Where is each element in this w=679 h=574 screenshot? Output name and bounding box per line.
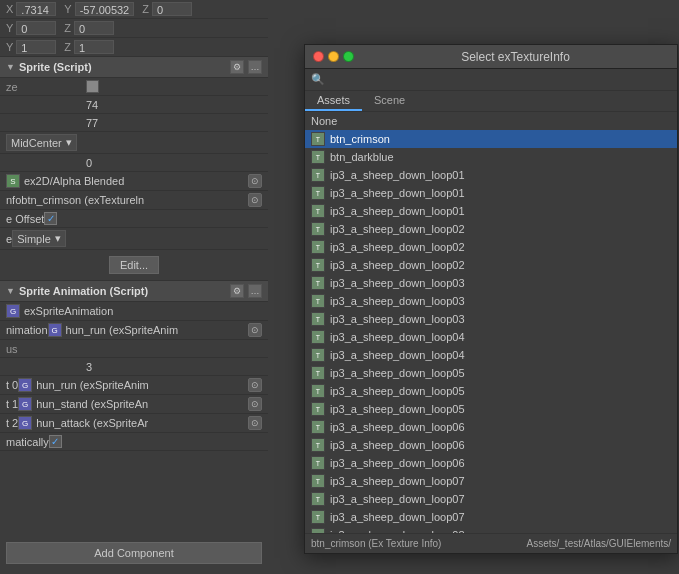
clip2-label: t 2 xyxy=(6,417,18,429)
status-bar: btn_crimson (Ex Texture Info) Assets/_te… xyxy=(305,533,677,553)
offset-label: e Offset xyxy=(6,213,44,225)
asset-item[interactable]: Tip3_a_sheep_down_loop02 xyxy=(305,220,677,238)
close-button[interactable] xyxy=(313,51,324,62)
minimize-button[interactable] xyxy=(328,51,339,62)
z-label3: Z xyxy=(64,41,71,53)
asset-icon: T xyxy=(311,222,325,236)
asset-item[interactable]: Tip3_a_sheep_down_loop06 xyxy=(305,454,677,472)
asset-icon: T xyxy=(311,492,325,506)
y-input[interactable]: -57.00532 xyxy=(75,2,135,16)
anim-type-row: G exSpriteAnimation xyxy=(0,302,268,321)
asset-icon: T xyxy=(311,510,325,524)
edit-button[interactable]: Edit... xyxy=(109,256,159,274)
asset-item[interactable]: Tip3_a_sheep_down_loop07 xyxy=(305,472,677,490)
asset-item[interactable]: Tip3_a_sheep_down_loop07 xyxy=(305,490,677,508)
asset-name: ip3_a_sheep_down_loop03 xyxy=(330,277,465,289)
search-input[interactable] xyxy=(329,74,671,86)
status-left: btn_crimson (Ex Texture Info) xyxy=(311,538,441,549)
clip1-value: hun_stand (exSpriteAn xyxy=(36,398,248,410)
asset-item[interactable]: Tip3_a_sheep_down_loop03 xyxy=(305,274,677,292)
asset-item[interactable]: Tip3_a_sheep_down_loop07 xyxy=(305,508,677,526)
loop-label: matically xyxy=(6,436,49,448)
asset-name: ip3_a_sheep_down_loop04 xyxy=(330,349,465,361)
clip1-label: t 1 xyxy=(6,398,18,410)
asset-name: ip3_a_sheep_down_loop05 xyxy=(330,367,465,379)
offset-checkbox[interactable]: ✓ xyxy=(44,212,57,225)
asset-icon: T xyxy=(311,384,325,398)
clip1-dot-btn[interactable]: ⊙ xyxy=(248,397,262,411)
asset-item[interactable]: Tbtn_darkblue xyxy=(305,148,677,166)
asset-item[interactable]: Tip3_a_sheep_down_loop06 xyxy=(305,418,677,436)
clip1-row: t 1 G hun_stand (exSpriteAn ⊙ xyxy=(0,395,268,414)
anchor-dropdown[interactable]: MidCenter ▾ xyxy=(6,134,77,151)
asset-item[interactable]: Tip3_a_sheep_down_loop01 xyxy=(305,184,677,202)
texture-label: nfo xyxy=(6,194,21,206)
rotation-row: Y 0 Z 0 xyxy=(0,19,268,38)
loop-checkbox[interactable]: ✓ xyxy=(49,435,62,448)
asset-item[interactable]: Tip3_a_sheep_down_loop03 xyxy=(305,292,677,310)
asset-name: ip3_a_sheep_down_loop02 xyxy=(330,241,465,253)
color-swatch[interactable] xyxy=(86,80,99,93)
add-component-button[interactable]: Add Component xyxy=(6,542,262,564)
texture-dot-btn[interactable]: ⊙ xyxy=(248,193,262,207)
asset-item[interactable]: Tip3_a_sheep_down_loop01 xyxy=(305,202,677,220)
loop-row: matically ✓ xyxy=(0,433,268,451)
y-input3[interactable]: 1 xyxy=(16,40,56,54)
asset-item[interactable]: Tip3_a_sheep_down_loop08 xyxy=(305,526,677,533)
tab-scene[interactable]: Scene xyxy=(362,91,417,111)
asset-item[interactable]: Tip3_a_sheep_down_loop01 xyxy=(305,166,677,184)
type-dropdown[interactable]: Simple ▾ xyxy=(12,230,66,247)
anim-clip-label: nimation xyxy=(6,324,48,336)
width-value[interactable]: 74 xyxy=(86,99,262,111)
anchor-row: MidCenter ▾ xyxy=(0,132,268,154)
anchor-value: MidCenter xyxy=(11,137,62,149)
asset-item[interactable]: Tip3_a_sheep_down_loop05 xyxy=(305,400,677,418)
x-input[interactable]: .7314 xyxy=(16,2,56,16)
asset-item[interactable]: Tip3_a_sheep_down_loop02 xyxy=(305,256,677,274)
asset-icon: T xyxy=(311,168,325,182)
clip2-dot-btn[interactable]: ⊙ xyxy=(248,416,262,430)
clip0-row: t 0 G hun_run (exSpriteAnim ⊙ xyxy=(0,376,268,395)
sprite-animation-title: Sprite Animation (Script) xyxy=(19,285,230,297)
asset-item[interactable]: Tip3_a_sheep_down_loop05 xyxy=(305,382,677,400)
asset-icon: T xyxy=(311,348,325,362)
asset-item[interactable]: Tip3_a_sheep_down_loop03 xyxy=(305,310,677,328)
anim-clip-dot-btn[interactable]: ⊙ xyxy=(248,323,262,337)
asset-icon: T xyxy=(311,132,325,146)
asset-name: ip3_a_sheep_down_loop03 xyxy=(330,313,465,325)
z-input2[interactable]: 0 xyxy=(74,21,114,35)
anim-count-value[interactable]: 3 xyxy=(86,361,262,373)
anim-type-icon: G xyxy=(6,304,20,318)
type-value: Simple xyxy=(17,233,51,245)
none-item[interactable]: None xyxy=(305,112,677,130)
inspector-panel: X .7314 Y -57.00532 Z 0 Y 0 Z 0 Y 1 Z 1 xyxy=(0,0,268,574)
asset-item[interactable]: Tip3_a_sheep_down_loop04 xyxy=(305,346,677,364)
asset-item[interactable]: Tbtn_crimson xyxy=(305,130,677,148)
asset-item[interactable]: Tip3_a_sheep_down_loop04 xyxy=(305,328,677,346)
asset-name: ip3_a_sheep_down_loop05 xyxy=(330,403,465,415)
asset-item[interactable]: Tip3_a_sheep_down_loop02 xyxy=(305,238,677,256)
x-label: X xyxy=(6,3,13,15)
asset-item[interactable]: Tip3_a_sheep_down_loop05 xyxy=(305,364,677,382)
shader-dot-btn[interactable]: ⊙ xyxy=(248,174,262,188)
anim-collapse-triangle[interactable]: ▼ xyxy=(6,286,15,296)
edit-row: Edit... xyxy=(0,250,268,281)
asset-name: ip3_a_sheep_down_loop07 xyxy=(330,493,465,505)
height-value[interactable]: 77 xyxy=(86,117,262,129)
maximize-button[interactable] xyxy=(343,51,354,62)
asset-icon: T xyxy=(311,420,325,434)
y-label: Y xyxy=(64,3,71,15)
sprite-script-menu-icon[interactable]: … xyxy=(248,60,262,74)
tab-assets[interactable]: Assets xyxy=(305,91,362,111)
sprite-script-settings-icon[interactable]: ⚙ xyxy=(230,60,244,74)
z-input[interactable]: 0 xyxy=(152,2,192,16)
asset-item[interactable]: Tip3_a_sheep_down_loop06 xyxy=(305,436,677,454)
z-input3[interactable]: 1 xyxy=(74,40,114,54)
anim-menu-icon[interactable]: … xyxy=(248,284,262,298)
y-input2[interactable]: 0 xyxy=(16,21,56,35)
clip0-icon: G xyxy=(18,378,32,392)
collapse-triangle[interactable]: ▼ xyxy=(6,62,15,72)
asset-name: ip3_a_sheep_down_loop02 xyxy=(330,223,465,235)
clip0-dot-btn[interactable]: ⊙ xyxy=(248,378,262,392)
anim-settings-icon[interactable]: ⚙ xyxy=(230,284,244,298)
